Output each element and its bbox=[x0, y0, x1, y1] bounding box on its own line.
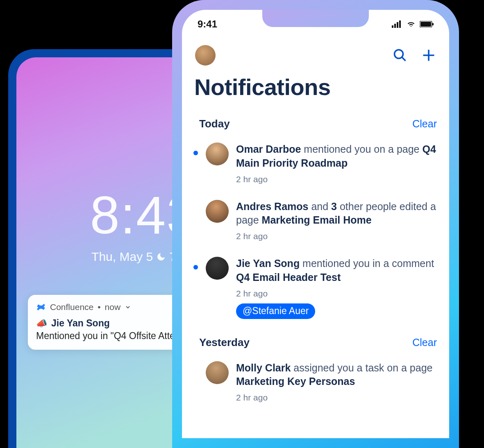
svg-point-7 bbox=[395, 50, 403, 59]
phone-notch bbox=[262, 10, 369, 27]
status-time: 9:41 bbox=[198, 18, 217, 30]
notification-item[interactable]: Andres Ramos and 3 other people edited a… bbox=[193, 192, 439, 249]
app-phone: 9:41 Notifications Today Clear bbox=[172, 0, 459, 448]
cellular-icon bbox=[392, 20, 402, 28]
notification-time: 2 hr ago bbox=[236, 289, 439, 299]
wifi-icon bbox=[406, 20, 416, 28]
svg-rect-6 bbox=[432, 23, 434, 25]
notification-item[interactable]: Molly Clark assigned you a task on a pag… bbox=[193, 353, 439, 410]
battery-icon bbox=[420, 21, 434, 27]
page-title: Notifications bbox=[193, 71, 439, 115]
section-title: Today bbox=[199, 118, 230, 130]
avatar bbox=[206, 143, 229, 165]
confluence-icon bbox=[36, 302, 46, 312]
chevron-down-icon[interactable] bbox=[125, 304, 131, 310]
moon-icon bbox=[156, 252, 166, 262]
notification-text: Jie Yan Song mentioned you in a comment … bbox=[236, 257, 439, 285]
svg-rect-2 bbox=[397, 22, 398, 28]
avatar bbox=[206, 257, 229, 280]
unread-dot bbox=[193, 265, 198, 269]
unread-dot bbox=[193, 151, 198, 155]
lockscreen-notif-sender: Jie Yan Song bbox=[51, 318, 110, 329]
notification-item[interactable]: Omar Darboe mentioned you on a page Q4 M… bbox=[193, 134, 439, 192]
avatar bbox=[206, 200, 229, 223]
megaphone-icon: 📣 bbox=[36, 318, 47, 329]
svg-line-8 bbox=[402, 57, 406, 61]
notification-text: Molly Clark assigned you a task on a pag… bbox=[236, 361, 439, 389]
svg-rect-0 bbox=[392, 25, 393, 28]
avatar bbox=[206, 361, 229, 384]
notification-time: 2 hr ago bbox=[236, 174, 439, 184]
notification-item[interactable]: Jie Yan Song mentioned you in a comment … bbox=[193, 249, 439, 326]
svg-rect-1 bbox=[394, 24, 396, 28]
section-header-today: Today Clear bbox=[193, 115, 439, 134]
notification-time: 2 hr ago bbox=[236, 393, 439, 403]
clear-button[interactable]: Clear bbox=[412, 337, 437, 348]
notification-text: Andres Ramos and 3 other people edited a… bbox=[236, 200, 439, 228]
clear-button[interactable]: Clear bbox=[412, 118, 437, 130]
notification-time: 2 hr ago bbox=[236, 231, 439, 241]
add-icon[interactable] bbox=[421, 48, 436, 63]
lockscreen-notif-when: now bbox=[105, 302, 121, 312]
svg-rect-3 bbox=[399, 20, 401, 28]
profile-avatar[interactable] bbox=[195, 45, 216, 66]
search-icon[interactable] bbox=[393, 48, 407, 63]
lockscreen-notif-app: Confluence bbox=[50, 302, 93, 312]
app-header bbox=[193, 33, 439, 71]
app-screen: 9:41 Notifications Today Clear bbox=[182, 10, 449, 438]
section-title: Yesterday bbox=[199, 336, 250, 349]
section-header-yesterday: Yesterday Clear bbox=[193, 334, 439, 353]
svg-rect-5 bbox=[420, 22, 431, 27]
notification-text: Omar Darboe mentioned you on a page Q4 M… bbox=[236, 143, 439, 170]
mention-chip[interactable]: @Stefanie Auer bbox=[236, 303, 315, 319]
lockscreen-date: Thu, May 5 bbox=[91, 250, 153, 264]
